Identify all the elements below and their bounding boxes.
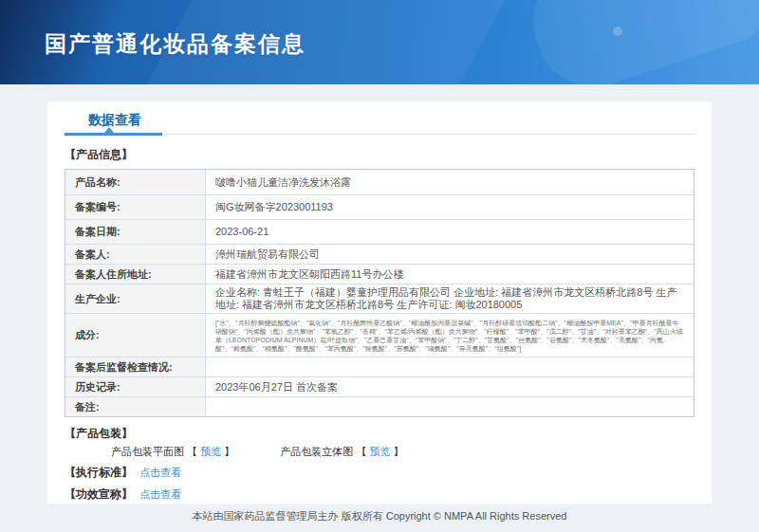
content-card: 数据查看 【产品信息】 产品名称: 啵噜小猫儿童洁净洗发沐浴露 备案编号: 闽G… [47,101,712,504]
exec-standard-row: 【执行标准】 点击查看 [65,465,694,481]
page-header-banner: 国产普通化妆品备案信息 [0,0,759,84]
exec-standard-view-link[interactable]: 点击查看 [139,467,181,478]
footer-copyright: 本站由国家药品监督管理局主办 版权所有 Copyright © NMPA All… [0,509,759,523]
tab-active-caret-icon [104,127,114,133]
row-label: 历史记录: [65,377,206,396]
row-value [206,397,694,416]
package-flat-preview-link[interactable]: 预览 [200,446,221,457]
section-exec-standard-title: 【执行标准】 [65,466,133,479]
bracket-close: 】 [394,446,404,457]
page-title: 国产普通化妆品备案信息 [45,29,305,59]
package-stereo-group: 产品包装立体图 【 预览 】 [280,445,403,459]
tab-bar: 数据查看 [65,101,694,135]
table-row-remarks: 备注: [65,396,694,416]
row-value: 啵噜小猫儿童洁净洗发沐浴露 [206,170,694,194]
row-value-ingredients: ["水"、"月桂醇聚醚硫酸酯钠"、"氯化钠"、"月桂酰两性基乙酸钠"、"椰油酰胺… [206,314,694,357]
row-value [206,358,694,376]
table-row-ingredients: 成分: ["水"、"月桂醇聚醚硫酸酯钠"、"氯化钠"、"月桂酰两性基乙酸钠"、"… [65,313,694,357]
row-label: 备注: [65,397,206,416]
table-row-history: 历史记录: 2023年06月27日 首次备案 [65,376,694,396]
table-row-registrant-address: 备案人住所地址: 福建省漳州市龙文区朝阳西路11号办公楼 [65,264,694,284]
package-flat-group: 产品包装平面图 【 预览 】 [111,445,234,459]
package-preview-row: 产品包装平面图 【 预览 】 产品包装立体图 【 预览 】 [111,445,694,459]
row-label: 备案人住所地址: [65,265,206,284]
bracket-open: 【 [187,446,197,457]
banner-decor-dot [613,27,622,36]
banner-decor-blob [518,0,759,84]
row-label: 产品名称: [65,170,206,194]
row-label: 备案日期: [65,220,206,244]
row-label: 备案后监督检查情况: [65,358,206,376]
row-value: 2023-06-21 [206,220,694,244]
section-product-info-title: 【产品信息】 [65,147,694,163]
row-value: 企业名称: 青蛙王子（福建）婴童护理用品有限公司 企业地址: 福建省漳州市龙文区… [206,284,694,313]
table-row-filing-number: 备案编号: 闽G妆网备字2023001193 [65,194,694,219]
tab-active-underline [65,133,162,136]
row-value: 闽G妆网备字2023001193 [206,195,694,219]
product-info-table: 产品名称: 啵噜小猫儿童洁净洗发沐浴露 备案编号: 闽G妆网备字20230011… [65,169,694,417]
efficacy-claim-view-link[interactable]: 点击查看 [139,488,181,500]
table-row-registrant: 备案人: 漳州瑞航贸易有限公司 [65,244,694,264]
package-flat-label: 产品包装平面图 [111,446,184,457]
bracket-close: 】 [224,446,234,457]
package-stereo-preview-link[interactable]: 预览 [369,446,390,457]
bracket-open: 【 [356,446,366,457]
package-stereo-label: 产品包装立体图 [280,446,353,457]
table-row-manufacturer: 生产企业: 企业名称: 青蛙王子（福建）婴童护理用品有限公司 企业地址: 福建省… [65,284,694,313]
row-value: 漳州瑞航贸易有限公司 [206,245,694,264]
table-row-filing-date: 备案日期: 2023-06-21 [65,219,694,244]
page: { "header": { "title": "国产普通化妆品备案信息" }, … [0,0,759,532]
row-value: 福建省漳州市龙文区朝阳西路11号办公楼 [206,265,694,284]
section-product-package-title: 【产品包装】 [65,426,694,442]
row-value: 2023年06月27日 首次备案 [206,377,694,396]
section-efficacy-claim-title: 【功效宣称】 [65,487,133,501]
row-label: 生产企业: [65,284,206,313]
row-label: 备案编号: [65,195,206,219]
efficacy-claim-row: 【功效宣称】 点击查看 [65,486,694,503]
tab-data-view[interactable]: 数据查看 [88,112,141,129]
table-row-product-name: 产品名称: 啵噜小猫儿童洁净洗发沐浴露 [65,170,694,194]
row-label: 备案人: [65,245,206,264]
table-row-supervision-check: 备案后监督检查情况: [65,357,694,376]
row-label: 成分: [65,314,206,357]
